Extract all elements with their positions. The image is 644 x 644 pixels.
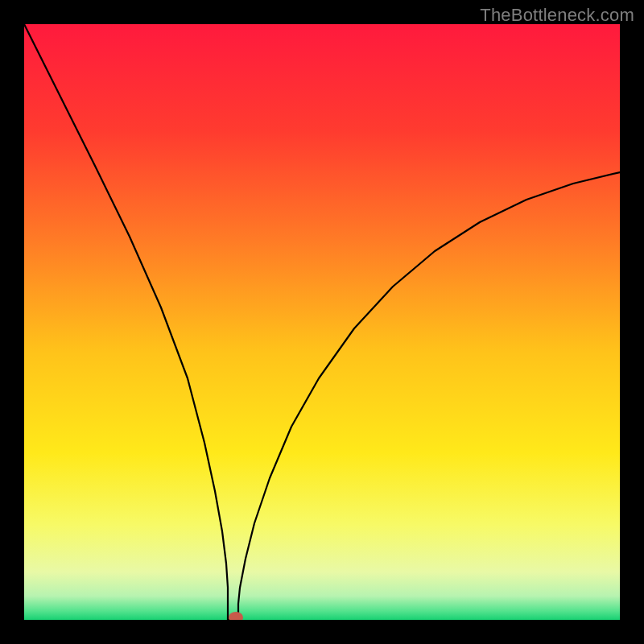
chart-frame: TheBottleneck.com <box>0 0 644 644</box>
attribution-text: TheBottleneck.com <box>480 5 634 26</box>
plot-area <box>24 24 620 620</box>
optimal-point-marker <box>229 612 243 620</box>
bottleneck-curve <box>24 24 620 620</box>
curve-layer <box>24 24 620 620</box>
